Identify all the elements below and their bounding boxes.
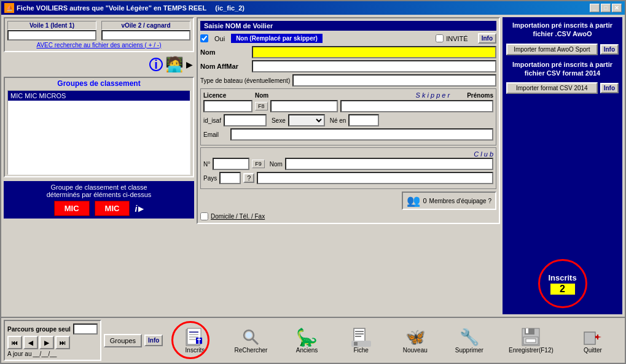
club-row1: N° F9 Nom <box>203 158 493 170</box>
domicile-label: Domicile / Tél. / Fax <box>211 213 265 220</box>
pays-name-input[interactable] <box>257 172 493 184</box>
minimize-button[interactable]: _ <box>590 4 600 12</box>
nav-next-button[interactable]: ▶ <box>39 336 54 349</box>
aj-row: A jour au __/__/__ <box>7 350 98 357</box>
anciens-label: Anciens <box>296 347 318 354</box>
pays-input[interactable] <box>219 172 241 184</box>
club-n-input[interactable] <box>213 158 249 170</box>
skipper-title: S k i p p e r <box>416 91 450 99</box>
toolbar-anciens[interactable]: 🦕 Anciens <box>289 326 326 355</box>
rechercher-label: ReChercher <box>235 347 268 354</box>
info-csv2014-button[interactable]: Info <box>600 83 619 93</box>
nom-affmar-label: Nom AffMar <box>200 63 249 70</box>
skipper-nom-input[interactable] <box>270 100 338 112</box>
maximize-button[interactable]: □ <box>601 4 611 12</box>
mic2-button[interactable]: MIC <box>95 201 130 216</box>
email-row: Email <box>203 128 493 141</box>
licence-input[interactable] <box>203 100 252 112</box>
sexe-label: Sexe <box>272 117 286 124</box>
membres-button[interactable]: 👥 0 Membres d'équipage ? <box>402 192 496 210</box>
toolbar-enregistrer[interactable]: Enregistrer(F12) <box>505 326 557 355</box>
toolbar-supprimer[interactable]: 🔧 Supprimer <box>451 326 488 355</box>
info-i-area: i ▶ <box>135 204 144 214</box>
info-btn-saisie[interactable]: Info <box>478 33 496 44</box>
inscrits-circle: Inscrits 2 <box>538 259 587 308</box>
skipper-prenom-input[interactable] <box>340 100 493 112</box>
svg-rect-20 <box>526 328 528 333</box>
saisie-title: Saisie NOM de Voilier <box>200 21 496 31</box>
toolbar-rechercher[interactable]: ReChercher <box>231 326 272 355</box>
nav-prev-button[interactable]: ◀ <box>23 336 38 349</box>
non-button[interactable]: Non (Remplacé par skipper) <box>231 34 323 43</box>
nav-last-button[interactable]: ⏭ <box>55 336 70 349</box>
nav-buttons: ⏮ ◀ ▶ ⏭ <box>7 336 98 349</box>
window-subtitle: (ic_fic_2) <box>215 4 245 12</box>
fiche-label: Fiche <box>353 347 368 354</box>
sexe-select[interactable]: M F <box>288 114 325 126</box>
domicile-row: Domicile / Tél. / Fax <box>200 212 496 220</box>
id-isaf-input[interactable] <box>224 114 267 126</box>
prenoms-label: Prénoms <box>467 92 493 99</box>
licence-label: Licence <box>203 92 252 99</box>
club-nom-input[interactable] <box>285 158 493 170</box>
groupes-button[interactable]: Groupes <box>104 334 142 347</box>
voile-box: Voile 1 (Ident 1) vOile 2 / cagnard AVEC… <box>4 17 194 52</box>
type-bateau-label: Type de bateau (éventuellement) <box>200 77 290 84</box>
nav-first-button[interactable]: ⏮ <box>7 336 22 349</box>
type-bateau-row: Type de bateau (éventuellement) <box>200 74 496 87</box>
inscrits-toolbar-label: Inscrits <box>186 347 205 354</box>
close-button[interactable]: ✕ <box>612 4 622 12</box>
groupes-title: Groupes de classement <box>5 78 193 89</box>
nom-label: Nom <box>200 48 249 56</box>
import-csv2014-button[interactable]: Importer format CSV 2014 <box>506 82 598 94</box>
mic1-button[interactable]: MIC <box>54 201 90 216</box>
domicile-checkbox[interactable] <box>200 212 208 220</box>
quitter-label: Quitter <box>584 347 602 354</box>
email-input[interactable] <box>230 128 493 141</box>
toolbar-fiche[interactable]: Fiche <box>343 326 380 355</box>
toolbar-nouveau[interactable]: 🦋 Nouveau <box>397 326 434 355</box>
club-section: C l u b N° F9 Nom Pays ? <box>200 147 496 189</box>
membres-icon: 👥 <box>407 194 420 207</box>
main-window: ⛵ Fiche VOILIERS autres que "Voile Légèr… <box>0 0 626 364</box>
club-title: C l u b <box>474 150 493 158</box>
inscrits-badge-area: Inscrits 2 <box>506 257 619 311</box>
anciens-link[interactable]: AVEC recherche au fichier des anciens ( … <box>7 42 190 48</box>
groupes-list: MIC MIC MICROS <box>7 90 190 175</box>
toolbar-inscrits[interactable]: Inscrits <box>176 326 213 355</box>
oui-checkbox[interactable] <box>200 34 208 42</box>
groupes-selected-item[interactable]: MIC MIC MICROS <box>8 91 190 101</box>
nom-club-label: Nom <box>270 161 283 168</box>
info-awoo-button[interactable]: Info <box>600 44 619 55</box>
invite-label: INVITÉ <box>446 35 468 42</box>
nom-affmar-input[interactable] <box>252 60 496 72</box>
f8-button[interactable]: F8 <box>255 102 268 110</box>
q-button[interactable]: ? <box>243 173 254 183</box>
f9-button[interactable]: F9 <box>252 160 265 168</box>
type-bateau-input[interactable] <box>292 74 496 87</box>
skipper-row2: id_isaf Sexe M F Né en <box>203 114 493 126</box>
mascot-area: i 🧑‍💻 ▶ <box>4 55 194 74</box>
voile-row: Voile 1 (Ident 1) vOile 2 / cagnard <box>7 21 190 41</box>
pays-row: Pays ? <box>203 172 493 184</box>
parcours-input[interactable] <box>73 323 98 335</box>
voile1-input[interactable] <box>7 30 96 41</box>
nom-row: Nom <box>200 46 496 58</box>
nom-input[interactable] <box>252 46 496 58</box>
info-button-bottom[interactable]: Info <box>144 335 163 346</box>
id-isaf-label: id_isaf <box>203 117 221 124</box>
toolbar-quitter[interactable]: Quitter <box>574 326 611 355</box>
neen-input[interactable] <box>348 114 379 126</box>
invite-checkbox[interactable] <box>436 34 444 42</box>
inscrits-toolbar-icon <box>185 327 205 347</box>
groupes-empty <box>8 101 190 174</box>
toolbar: Inscrits ReChercher 🦕 Anciens <box>165 326 622 355</box>
import2-title: Importation pré inscrits à partirfichier… <box>506 60 619 78</box>
right-panel: Importation pré inscrits à partirfichier… <box>503 17 622 314</box>
aj-label: A jour au <box>7 350 31 357</box>
svg-rect-22 <box>526 339 536 343</box>
import-awoo-button[interactable]: Importer format AwoO Sport <box>506 44 598 55</box>
voile2-input[interactable] <box>101 30 190 41</box>
nouveau-icon: 🦋 <box>405 327 425 347</box>
parcours-row: Parcours groupe seul <box>7 323 98 335</box>
